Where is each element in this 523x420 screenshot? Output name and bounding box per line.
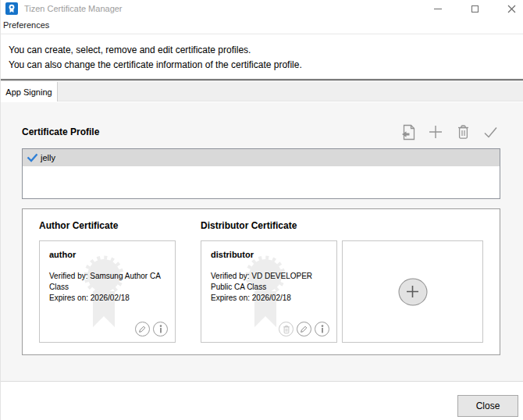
separator-line: [1, 79, 523, 81]
minimize-button[interactable]: [426, 0, 450, 17]
pencil-icon: [138, 325, 147, 333]
close-window-button[interactable]: [500, 0, 523, 17]
import-profile-button[interactable]: [400, 123, 417, 141]
menu-bar: Preferences: [1, 17, 523, 34]
edit-author-certificate-button[interactable]: [135, 322, 150, 336]
activate-profile-button[interactable]: [482, 123, 499, 141]
bottom-bar: Close: [1, 383, 523, 420]
profile-list-item-jelly[interactable]: jelly: [23, 149, 500, 166]
certificate-alias: distributor: [211, 250, 254, 259]
pencil-icon: [300, 325, 308, 333]
distributor-card-actions: [279, 322, 329, 336]
active-profile-check-icon: [27, 153, 38, 162]
certificate-details: Verified by: VD DEVELOPER Public CA Clas…: [211, 271, 331, 304]
plus-icon: [406, 285, 420, 299]
info-icon: [319, 325, 326, 333]
author-certificate-info-button[interactable]: [153, 322, 168, 336]
tizen-certificate-manager-window: Tizen Certificate Manager Preferences Yo…: [0, 0, 523, 420]
plus-icon: [429, 125, 443, 139]
certificates-groupbox: Author Certificate Distributor Certifica…: [22, 208, 500, 355]
tab-app-signing[interactable]: App Signing: [1, 82, 58, 101]
app-icon: [5, 2, 18, 15]
description-line-1: You can create, select, remove and edit …: [9, 43, 523, 58]
expires-text: Expires on: 2026/02/18: [211, 293, 331, 304]
author-certificate-heading: Author Certificate: [39, 220, 118, 231]
close-icon: [507, 5, 516, 13]
remove-profile-button[interactable]: [454, 123, 471, 141]
delete-distributor-certificate-button[interactable]: [279, 322, 294, 336]
author-card-actions: [135, 322, 168, 336]
verified-by-text: Verified by: Samsung Author CA Class: [49, 271, 169, 293]
expires-text: Expires on: 2026/02/18: [49, 293, 169, 304]
window-title: Tizen Certificate Manager: [24, 0, 123, 17]
tab-content: Certificate Profile: [1, 102, 523, 382]
title-bar: Tizen Certificate Manager: [1, 0, 523, 17]
certificate-alias: author: [49, 250, 76, 259]
close-button[interactable]: Close: [457, 395, 518, 417]
minimize-icon: [434, 9, 442, 9]
verified-by-text: Verified by: VD DEVELOPER Public CA Clas…: [211, 271, 331, 293]
tab-bar: App Signing: [1, 82, 523, 101]
description-block: You can create, select, remove and edit …: [1, 35, 523, 79]
certificate-details: Verified by: Samsung Author CA Class Exp…: [49, 271, 169, 304]
trash-icon: [283, 325, 290, 334]
maximize-icon: [471, 5, 479, 12]
import-profile-icon: [401, 124, 415, 141]
add-certificate-button[interactable]: [398, 278, 427, 305]
profile-list: jelly: [22, 148, 500, 199]
description-line-2: You can also change the certificate info…: [9, 58, 523, 73]
author-certificate-card: author Verified by: Samsung Author CA Cl…: [39, 240, 176, 343]
profile-toolbar: [400, 123, 499, 141]
trash-icon: [457, 124, 470, 140]
info-icon: [158, 325, 164, 333]
menu-item-preferences[interactable]: Preferences: [1, 17, 54, 34]
maximize-button[interactable]: [463, 0, 486, 17]
distributor-certificate-info-button[interactable]: [315, 322, 329, 336]
add-profile-button[interactable]: [427, 123, 444, 141]
certificate-profile-heading: Certificate Profile: [22, 126, 99, 137]
profile-name: jelly: [41, 153, 55, 162]
distributor-certificate-heading: Distributor Certificate: [201, 220, 297, 231]
check-icon: [483, 126, 498, 138]
empty-certificate-card: [342, 240, 483, 343]
edit-distributor-certificate-button[interactable]: [297, 322, 311, 336]
distributor-certificate-card: distributor Verified by: VD DEVELOPER Pu…: [201, 240, 337, 343]
